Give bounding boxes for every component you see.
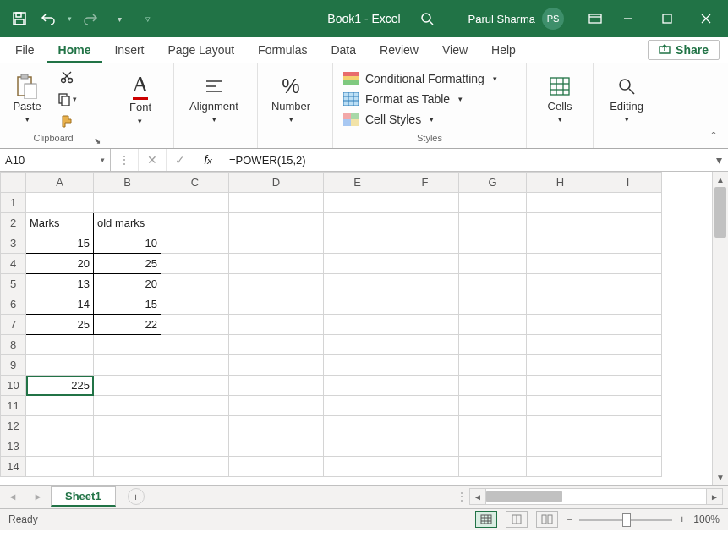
insert-function-button[interactable]: fx xyxy=(194,149,222,171)
cell-E1[interactable] xyxy=(324,193,391,213)
horizontal-scrollbar[interactable]: ◄ ► xyxy=(469,488,723,505)
cell-F4[interactable] xyxy=(391,254,459,274)
row-header-13[interactable]: 13 xyxy=(1,436,26,457)
cell-C4[interactable] xyxy=(161,254,229,274)
cell-F14[interactable] xyxy=(391,457,459,477)
search-icon[interactable] xyxy=(414,6,440,31)
cell-A6[interactable]: 14 xyxy=(26,294,94,315)
cell-B3[interactable]: 10 xyxy=(94,233,161,254)
cell-I7[interactable] xyxy=(594,315,662,335)
zoom-thumb[interactable] xyxy=(622,513,631,527)
row-header-9[interactable]: 9 xyxy=(1,355,26,376)
col-header-H[interactable]: H xyxy=(527,173,594,193)
cell-I1[interactable] xyxy=(594,193,662,213)
tab-file[interactable]: File xyxy=(3,38,47,63)
alignment-dropdown[interactable]: Alignment▾ xyxy=(181,71,247,127)
cell-B7[interactable]: 22 xyxy=(94,315,161,335)
cell-D12[interactable] xyxy=(229,416,324,436)
row-header-14[interactable]: 14 xyxy=(1,457,26,477)
cell-G8[interactable] xyxy=(459,335,527,355)
cell-G10[interactable] xyxy=(459,376,527,396)
cell-A1[interactable] xyxy=(26,193,94,213)
cells-dropdown[interactable]: Cells▾ xyxy=(534,71,586,127)
cell-H3[interactable] xyxy=(527,233,594,254)
user-avatar[interactable]: PS xyxy=(542,8,564,30)
cell-C14[interactable] xyxy=(161,457,229,477)
cell-A2[interactable]: Marks xyxy=(26,213,94,233)
number-dropdown[interactable]: %Number▾ xyxy=(265,71,317,127)
row-header-12[interactable]: 12 xyxy=(1,416,26,436)
cell-styles-button[interactable]: Cell Styles▾ xyxy=(340,111,501,128)
cell-E13[interactable] xyxy=(324,436,391,457)
row-header-11[interactable]: 11 xyxy=(1,396,26,416)
cell-I13[interactable] xyxy=(594,436,662,457)
cell-C3[interactable] xyxy=(161,233,229,254)
cell-E11[interactable] xyxy=(324,396,391,416)
cell-C13[interactable] xyxy=(161,436,229,457)
cell-D3[interactable] xyxy=(229,233,324,254)
row-header-3[interactable]: 3 xyxy=(1,233,26,254)
cell-A11[interactable] xyxy=(26,396,94,416)
tab-splitter[interactable]: ⋮ xyxy=(456,490,464,503)
cell-G5[interactable] xyxy=(459,274,527,294)
cell-F7[interactable] xyxy=(391,315,459,335)
cell-E2[interactable] xyxy=(324,213,391,233)
save-icon[interactable] xyxy=(7,6,32,31)
cell-H12[interactable] xyxy=(527,416,594,436)
cell-H13[interactable] xyxy=(527,436,594,457)
cell-G12[interactable] xyxy=(459,416,527,436)
sheet-tab-sheet1[interactable]: Sheet1 xyxy=(51,486,116,507)
col-header-E[interactable]: E xyxy=(324,173,391,193)
conditional-formatting-button[interactable]: Conditional Formatting▾ xyxy=(340,70,501,87)
cell-B13[interactable] xyxy=(94,436,161,457)
row-header-7[interactable]: 7 xyxy=(1,315,26,335)
cell-H11[interactable] xyxy=(527,396,594,416)
cell-B1[interactable] xyxy=(94,193,161,213)
row-header-8[interactable]: 8 xyxy=(1,335,26,355)
cut-button[interactable] xyxy=(56,68,78,86)
row-header-2[interactable]: 2 xyxy=(1,213,26,233)
cell-I6[interactable] xyxy=(594,294,662,315)
tab-nav-prev[interactable]: ◄ xyxy=(0,491,25,502)
share-button[interactable]: Share xyxy=(648,40,720,60)
cell-B9[interactable] xyxy=(94,355,161,376)
row-header-6[interactable]: 6 xyxy=(1,294,26,315)
cell-B6[interactable]: 15 xyxy=(94,294,161,315)
tab-insert[interactable]: Insert xyxy=(102,38,156,63)
name-box[interactable]: A10▾ xyxy=(0,149,111,171)
cell-B5[interactable]: 20 xyxy=(94,274,161,294)
cell-F12[interactable] xyxy=(391,416,459,436)
cell-I3[interactable] xyxy=(594,233,662,254)
cell-C1[interactable] xyxy=(161,193,229,213)
cell-G11[interactable] xyxy=(459,396,527,416)
cell-D14[interactable] xyxy=(229,457,324,477)
cell-A14[interactable] xyxy=(26,457,94,477)
scroll-up-icon[interactable]: ▲ xyxy=(713,172,728,187)
cell-D1[interactable] xyxy=(229,193,324,213)
scroll-thumb[interactable] xyxy=(714,187,726,238)
editing-dropdown[interactable]: Editing▾ xyxy=(600,71,653,127)
cell-E5[interactable] xyxy=(324,274,391,294)
cell-E8[interactable] xyxy=(324,335,391,355)
cell-E6[interactable] xyxy=(324,294,391,315)
cell-grid[interactable]: ABCDEFGHI12Marksold marks315104202551320… xyxy=(0,172,712,485)
cell-H1[interactable] xyxy=(527,193,594,213)
cell-G9[interactable] xyxy=(459,355,527,376)
cell-B14[interactable] xyxy=(94,457,161,477)
cell-E12[interactable] xyxy=(324,416,391,436)
cell-H10[interactable] xyxy=(527,376,594,396)
view-page-break-button[interactable] xyxy=(536,511,558,528)
cell-B4[interactable]: 25 xyxy=(94,254,161,274)
collapse-ribbon-icon[interactable]: ˆ xyxy=(704,128,723,146)
view-page-layout-button[interactable] xyxy=(506,511,528,528)
expand-formula-bar-icon[interactable]: ▾ xyxy=(709,149,728,171)
cell-F11[interactable] xyxy=(391,396,459,416)
col-header-C[interactable]: C xyxy=(161,173,229,193)
cell-F3[interactable] xyxy=(391,233,459,254)
cancel-formula-button[interactable]: ✕ xyxy=(139,149,167,171)
tab-formulas[interactable]: Formulas xyxy=(246,38,319,63)
cell-D8[interactable] xyxy=(229,335,324,355)
col-header-D[interactable]: D xyxy=(229,173,324,193)
cell-A12[interactable] xyxy=(26,416,94,436)
cell-I8[interactable] xyxy=(594,335,662,355)
